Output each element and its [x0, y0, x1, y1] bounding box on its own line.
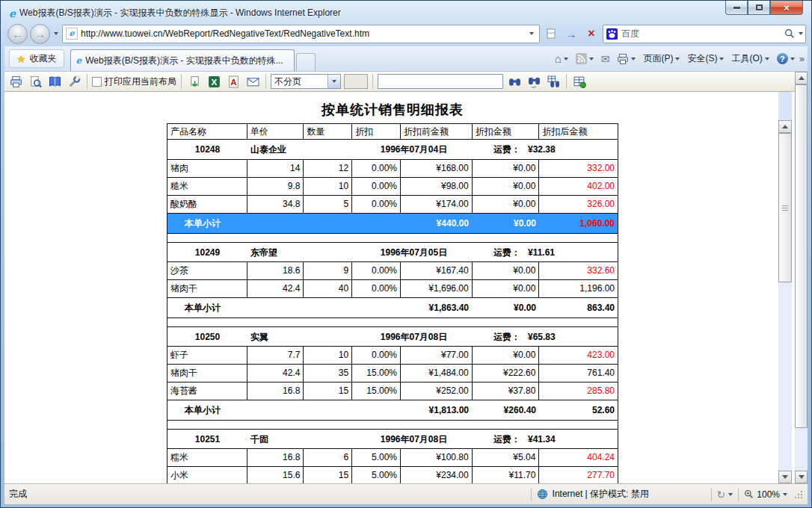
toolbar-separator	[566, 74, 567, 89]
table-row: 虾子7.7100.00%¥77.00¥0.00423.00	[167, 347, 618, 365]
history-dropdown-icon[interactable]	[54, 32, 58, 35]
page-number-input[interactable]	[344, 74, 368, 89]
cell: 15.6	[247, 467, 304, 483]
browser-scrollbar	[795, 72, 808, 483]
tools-menu-button[interactable]: 工具(O)	[728, 50, 772, 67]
tools-icon	[68, 75, 81, 88]
cell: 404.24	[539, 449, 618, 466]
group-gap	[167, 421, 618, 429]
cell: 7.7	[247, 347, 304, 364]
subtotal-row: 本单小计¥1,863.40¥0.00863.40	[167, 298, 618, 318]
export-button[interactable]	[186, 73, 203, 90]
scroll-down-button[interactable]	[778, 471, 792, 483]
stop-icon: ×	[588, 27, 594, 40]
print-layout-checkbox[interactable]	[92, 77, 102, 87]
restore-button[interactable]	[748, 1, 770, 15]
scrollbar-track[interactable]	[778, 133, 792, 471]
report-title: 按单统计销售明细报表	[167, 101, 618, 119]
stop-button[interactable]: ×	[582, 25, 600, 43]
scrollbar-thumb[interactable]	[778, 133, 792, 282]
report-table: 产品名称单价数量折扣折扣前金额折扣金额折扣后金额10248山泰企业1996年07…	[167, 123, 618, 483]
go-button[interactable]: →	[562, 25, 580, 43]
search-icon[interactable]	[784, 28, 795, 39]
read-mail-button[interactable]: ✉	[598, 52, 613, 66]
url-text[interactable]: http://www.tuowei.cn/WebReport/RedNegati…	[81, 28, 522, 39]
help-icon: ?	[777, 53, 788, 64]
order-date: 1996年07月08日	[345, 430, 483, 448]
cell: 16.8	[247, 449, 304, 466]
refresh-data-button[interactable]	[571, 73, 588, 90]
resize-grip[interactable]	[793, 489, 803, 499]
tab-active[interactable]: e Web报表(B/S报表)演示 - 实现报表中负数的特殊...	[70, 49, 295, 71]
forward-button[interactable]: →	[30, 24, 50, 44]
favorites-button[interactable]: ★ 收藏夹	[9, 49, 64, 68]
svg-text:X: X	[211, 76, 217, 86]
find-button[interactable]	[506, 73, 523, 90]
toolbar-separator	[372, 74, 373, 89]
help-menu-button[interactable]: ?	[774, 51, 798, 66]
find-in-table-button[interactable]	[545, 73, 562, 90]
home-button[interactable]: ⌂	[552, 52, 571, 66]
minimize-icon	[733, 7, 740, 9]
paging-select[interactable]: 不分页	[271, 74, 341, 89]
overflow-chevron-icon[interactable]: »	[799, 53, 805, 64]
order-date: 1996年07月05日	[345, 243, 483, 261]
arrow-up-icon	[782, 125, 788, 128]
cell: ¥0.00	[473, 196, 540, 213]
report-scrollbar	[778, 92, 792, 483]
email-report-button[interactable]	[244, 73, 261, 90]
report-print-button[interactable]	[7, 73, 24, 90]
cell: 9.8	[247, 178, 304, 195]
cell: 酸奶酪	[167, 196, 247, 213]
smartscreen-button[interactable]: ↻	[717, 489, 733, 501]
feeds-button[interactable]	[573, 51, 597, 66]
freight-label: 运费：	[493, 430, 520, 448]
report-settings-button[interactable]	[66, 73, 82, 90]
export-pdf-button[interactable]: A	[225, 73, 242, 90]
table-row: 酸奶酪34.850.00%¥174.00¥0.00326.00	[167, 196, 618, 214]
address-bar[interactable]: e http://www.tuowei.cn/WebReport/RedNega…	[62, 25, 540, 43]
group-gap	[167, 318, 618, 326]
window-title: Web报表(B/S报表)演示 - 实现报表中负数的特殊显示 - Windows …	[19, 7, 341, 19]
close-button[interactable]: ×	[770, 1, 803, 15]
minimize-button[interactable]	[725, 1, 748, 15]
address-dropdown-button[interactable]	[525, 26, 538, 42]
cell: 0.00%	[352, 160, 401, 177]
subtotal-label: 本单小计	[167, 214, 400, 233]
print-preview-button[interactable]	[27, 73, 43, 90]
page-menu-button[interactable]: 页面(P)	[640, 50, 683, 67]
find-text-input[interactable]	[378, 74, 503, 89]
scroll-up-button[interactable]	[795, 72, 808, 84]
status-separator	[531, 488, 532, 501]
scrollbar-track[interactable]	[795, 84, 808, 471]
export-excel-button[interactable]: X	[206, 73, 222, 90]
cell: 0.00%	[352, 178, 401, 195]
column-header: 折扣金额	[473, 124, 540, 139]
scroll-up-button[interactable]	[778, 120, 792, 133]
paging-select-value: 不分页	[274, 75, 301, 88]
cell: 5.00%	[352, 467, 401, 483]
page-setup-button[interactable]	[46, 73, 63, 90]
table-row: 小米15.6155.00%¥234.00¥11.70277.70	[167, 467, 618, 483]
find-next-button[interactable]	[526, 73, 542, 90]
navigation-bar: ← → e http://www.tuowei.cn/WebReport/Red…	[4, 22, 808, 46]
back-button[interactable]: ←	[7, 24, 28, 44]
cell: 16.8	[247, 382, 304, 400]
zoom-button[interactable]: 100%	[744, 489, 787, 500]
scrollbar-thumb[interactable]	[795, 84, 808, 428]
compatibility-view-button[interactable]	[542, 25, 560, 43]
scroll-down-button[interactable]	[795, 471, 808, 483]
status-bar: 完成 Internet | 保护模式: 禁用 ↻ 100%	[4, 483, 808, 504]
group-header-row: 10251千固1996年07月08日运费：¥41.34	[167, 429, 618, 449]
search-input[interactable]: 百度	[621, 28, 781, 40]
search-box[interactable]: 百度	[603, 25, 806, 43]
paging-select-button[interactable]	[327, 75, 340, 88]
table-header-row: 产品名称单价数量折扣折扣前金额折扣金额折扣后金额	[167, 124, 618, 140]
freight-value: ¥11.61	[528, 243, 555, 261]
new-tab-button[interactable]	[296, 53, 316, 71]
tab-bar: ★ 收藏夹 e Web报表(B/S报表)演示 - 实现报表中负数的特殊... ⌂…	[4, 46, 808, 72]
cell: ¥167.40	[401, 262, 473, 279]
print-button[interactable]	[614, 51, 639, 67]
search-dropdown-icon[interactable]	[799, 32, 803, 35]
safety-menu-button[interactable]: 安全(S)	[684, 50, 727, 67]
